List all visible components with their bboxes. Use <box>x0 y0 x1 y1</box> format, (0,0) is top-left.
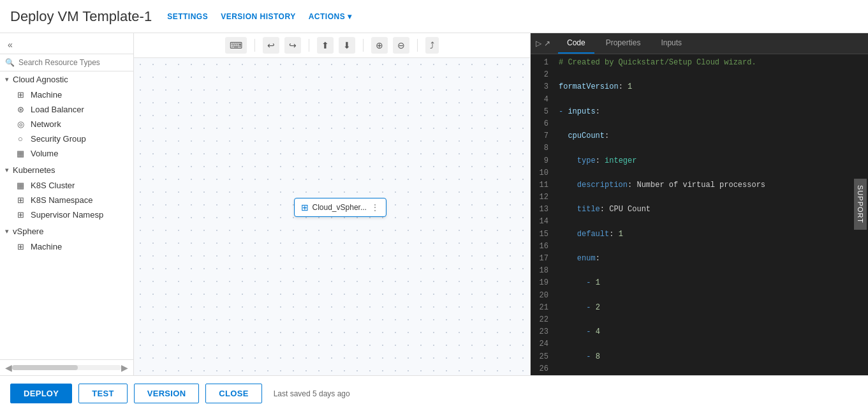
save-status: Last saved 5 days ago <box>274 389 350 398</box>
keyboard-button[interactable]: ⌨ <box>225 37 247 54</box>
test-button[interactable]: TEST <box>78 384 127 403</box>
search-icon: 🔍 <box>5 58 15 67</box>
deploy-button[interactable]: DEPLOY <box>10 384 72 403</box>
sidebar-group-label: Cloud Agnostic <box>13 75 68 84</box>
toolbar-separator-3 <box>363 39 364 52</box>
sidebar-item-security-group[interactable]: ○ Security Group <box>0 131 133 146</box>
toolbar-separator-2 <box>309 39 309 52</box>
sidebar-item-network[interactable]: ◎ Network <box>0 117 133 131</box>
sidebar-group-kubernetes: ▾ Kubernetes ▦ K8S Cluster ⊞ K8S Namespa… <box>0 162 133 222</box>
k8s-namespace-icon: ⊞ <box>15 195 26 205</box>
undo-button[interactable]: ↩ <box>263 37 279 54</box>
sidebar-group-header-cloud-agnostic[interactable]: ▾ Cloud Agnostic <box>0 71 133 87</box>
network-icon: ◎ <box>15 119 26 129</box>
main-layout: « 🔍 ▾ Cloud Agnostic ⊞ Machine ⊛ Load Ba… <box>0 33 868 375</box>
cloud-vsphere-icon: ⊞ <box>301 202 309 213</box>
line-numbers: 1 2 3 4 5 6 7 8 9 10 11 12 13 14 15 16 1… <box>531 54 554 375</box>
sidebar-item-label: Volume <box>31 149 58 158</box>
sidebar-group-vsphere: ▾ vSphere ⊞ Machine <box>0 223 133 254</box>
sidebar-item-label: K8S Namespace <box>31 195 93 205</box>
zoom-out-button[interactable]: ⊖ <box>393 37 409 54</box>
load-balancer-icon: ⊛ <box>15 105 26 114</box>
sidebar-item-vsphere-machine[interactable]: ⊞ Machine <box>0 239 133 254</box>
sidebar-collapse-button[interactable]: « <box>5 38 15 51</box>
canvas-node-cloud-vsphere[interactable]: ⊞ Cloud_vSpher... ⋮ <box>294 198 386 217</box>
canvas-toolbar: ⌨ ↩ ↪ ⬆ ⬇ ⊕ ⊖ ⤴ <box>134 33 530 58</box>
close-button[interactable]: CLOSE <box>205 384 261 403</box>
sidebar-item-label: Machine <box>31 90 62 100</box>
version-button[interactable]: VERSION <box>134 384 200 403</box>
nav-actions[interactable]: ACTIONS <box>309 12 352 21</box>
sidebar-item-k8s-namespace[interactable]: ⊞ K8S Namespace <box>0 193 133 207</box>
supervisor-namespace-icon: ⊞ <box>15 210 26 220</box>
search-input[interactable] <box>18 58 128 67</box>
footer: DEPLOY TEST VERSION CLOSE Last saved 5 d… <box>0 375 868 411</box>
tab-inputs[interactable]: Inputs <box>652 33 691 54</box>
sidebar-group-cloud-agnostic: ▾ Cloud Agnostic ⊞ Machine ⊛ Load Balanc… <box>0 71 133 161</box>
header-nav: SETTINGS VERSION HISTORY ACTIONS <box>167 12 351 21</box>
sidebar-content: ▾ Cloud Agnostic ⊞ Machine ⊛ Load Balanc… <box>0 71 133 359</box>
chevron-down-icon: ▾ <box>5 75 9 84</box>
expand-icon[interactable]: ▷ <box>536 39 541 48</box>
sidebar-item-machine-agnostic[interactable]: ⊞ Machine <box>0 87 133 102</box>
code-panel: ▷ ↗ Code Properties Inputs 1 2 3 4 5 6 7… <box>530 33 868 375</box>
sidebar-item-supervisor-namespace[interactable]: ⊞ Supervisor Namesp <box>0 207 133 222</box>
security-group-icon: ○ <box>15 134 26 144</box>
canvas-content[interactable]: ⊞ Cloud_vSpher... ⋮ <box>134 58 530 375</box>
sidebar-item-label: Machine <box>31 242 62 251</box>
sidebar-item-label: Network <box>31 119 61 129</box>
page-title: Deploy VM Template-1 <box>10 8 152 25</box>
zoom-in-button[interactable]: ⊕ <box>371 37 388 54</box>
scroll-right-button[interactable]: ▶ <box>121 362 128 373</box>
scrollbar-thumb <box>12 365 78 370</box>
horizontal-scrollbar[interactable] <box>12 365 121 370</box>
toolbar-separator-4 <box>417 39 418 52</box>
fit-down-button[interactable]: ⬇ <box>339 37 355 54</box>
sidebar-item-label: Supervisor Namesp <box>31 210 103 220</box>
sidebar-group-label: Kubernetes <box>13 165 55 175</box>
fit-up-button[interactable]: ⬆ <box>317 37 334 54</box>
sidebar-item-k8s-cluster[interactable]: ▦ K8S Cluster <box>0 178 133 193</box>
header: Deploy VM Template-1 SETTINGS VERSION HI… <box>0 0 868 33</box>
sidebar-group-header-kubernetes[interactable]: ▾ Kubernetes <box>0 162 133 178</box>
code-content: # Created by Quickstart/Setup Cloud wiza… <box>554 54 868 375</box>
sidebar-header: « <box>0 33 133 54</box>
sidebar-item-volume[interactable]: ▦ Volume <box>0 146 133 161</box>
sidebar-group-label: vSphere <box>13 227 43 236</box>
sidebar-item-load-balancer[interactable]: ⊛ Load Balancer <box>0 102 133 117</box>
sidebar-item-label: K8S Cluster <box>31 181 75 190</box>
sidebar-item-label: Load Balancer <box>31 105 84 114</box>
node-menu-button[interactable]: ⋮ <box>371 202 379 213</box>
canvas-area: ⌨ ↩ ↪ ⬆ ⬇ ⊕ ⊖ ⤴ ⊞ Cloud_vSpher... ⋮ <box>134 33 530 375</box>
chevron-down-icon: ▾ <box>5 166 9 174</box>
vsphere-machine-icon: ⊞ <box>15 242 26 251</box>
chevron-down-icon: ▾ <box>5 227 9 235</box>
fullscreen-button[interactable]: ⤴ <box>425 37 439 54</box>
tab-code[interactable]: Code <box>558 33 594 54</box>
k8s-cluster-icon: ▦ <box>15 181 26 190</box>
nav-settings[interactable]: SETTINGS <box>167 12 208 21</box>
scroll-left-button[interactable]: ◀ <box>5 362 12 373</box>
machine-icon: ⊞ <box>15 90 26 100</box>
volume-icon: ▦ <box>15 149 26 158</box>
shrink-icon[interactable]: ↗ <box>544 39 550 48</box>
sidebar-search-area: 🔍 <box>0 54 133 71</box>
sidebar-scrollbar: ◀ ▶ <box>0 359 133 375</box>
nav-version-history[interactable]: VERSION HISTORY <box>221 12 296 21</box>
code-panel-tabs: ▷ ↗ Code Properties Inputs <box>531 33 868 54</box>
sidebar-group-header-vsphere[interactable]: ▾ vSphere <box>0 223 133 239</box>
sidebar-item-label: Security Group <box>31 134 86 144</box>
redo-button[interactable]: ↪ <box>284 37 301 54</box>
canvas-node-label: Cloud_vSpher... <box>313 203 367 212</box>
panel-expand-controls: ▷ ↗ <box>536 39 550 48</box>
support-tab[interactable]: SUPPORT <box>854 179 867 230</box>
tab-properties[interactable]: Properties <box>597 33 650 54</box>
code-editor[interactable]: 1 2 3 4 5 6 7 8 9 10 11 12 13 14 15 16 1… <box>531 54 868 375</box>
sidebar: « 🔍 ▾ Cloud Agnostic ⊞ Machine ⊛ Load Ba… <box>0 33 134 375</box>
toolbar-separator <box>254 39 255 52</box>
